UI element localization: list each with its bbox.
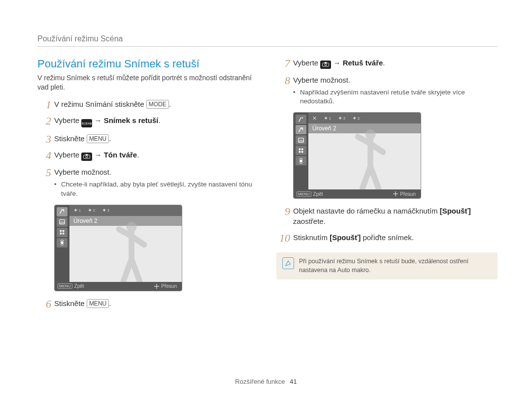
step-number: 10 (276, 231, 290, 246)
scene-icon: SCENE (81, 119, 92, 127)
level-selector-strip: ✕ ✦1 ✦2 ✦3 (308, 113, 421, 123)
step-number: 5 (37, 165, 51, 181)
level-selector-strip: ✦1 ✦2 ✦3 (69, 205, 182, 216)
person-silhouette (102, 219, 161, 282)
step-sub-bullet: Chcete-li například, aby byla pleť světl… (54, 180, 259, 199)
svg-rect-9 (63, 233, 65, 235)
svg-rect-22 (301, 151, 303, 153)
menu-tag: MENU (87, 299, 109, 308)
section-title: Používání režimu Snímek s retuší (37, 58, 259, 70)
step-3: 3 Stiskněte MENU. (37, 133, 259, 144)
svg-point-3 (63, 209, 64, 211)
step-2: 2 Vyberte SCENE → Snímek s retuší. (37, 115, 259, 128)
level-label: Úroveň 2 (312, 125, 336, 132)
step-1: 1 V režimu Snímání stiskněte MODE. (37, 99, 259, 109)
header-rule (37, 46, 498, 47)
sidebar-btn-retouch (57, 207, 67, 216)
shot-bottom-bar: MENU Zpět Přesun (294, 189, 421, 198)
shot-sidebar: 16M (55, 205, 69, 291)
right-column: 7 Vyberte → Retuš tváře. 8 Vyberte možno… (276, 58, 498, 314)
note-text: Při používání režimu Snímek s retuší bud… (299, 257, 492, 275)
dpad-icon (154, 284, 159, 289)
person-silhouette (341, 126, 400, 189)
svg-rect-2 (86, 154, 88, 155)
level-option-1: ✦1 (73, 207, 81, 214)
step-text: Vyberte (293, 59, 320, 67)
step-text: Stisknutím (293, 233, 330, 242)
sidebar-btn-stabilize (57, 238, 67, 247)
sidebar-btn-tone (296, 115, 306, 124)
svg-rect-19 (299, 148, 301, 150)
sidebar-btn-grid (296, 146, 306, 155)
step-6: 6 Stiskněte MENU. (37, 298, 259, 308)
step-text: Vyberte (54, 116, 81, 124)
svg-rect-21 (299, 151, 301, 153)
step-9: 9 Objekt nastavte do rámečku a namáčknut… (276, 206, 498, 226)
camera-icon (81, 153, 92, 161)
level-option-1: ✦1 (324, 115, 331, 122)
level-option-2: ✦2 (338, 115, 345, 122)
svg-text:16M: 16M (299, 139, 303, 142)
menu-tag-small: MENU (297, 191, 311, 197)
page-footer: Rozšířené funkce 41 (0, 378, 532, 385)
step-number: 9 (276, 204, 290, 219)
footer-page: 41 (290, 378, 297, 385)
camera-icon (320, 61, 331, 69)
note-box: Při používání režimu Snímek s retuší bud… (276, 252, 498, 279)
mode-tag: MODE (146, 100, 169, 109)
footer-section: Rozšířené funkce (235, 378, 285, 385)
page-header: Používání režimu Scéna (37, 34, 498, 43)
step-number: 8 (276, 73, 290, 89)
svg-rect-14 (325, 62, 327, 63)
sidebar-btn-retouch (296, 125, 306, 134)
svg-rect-6 (60, 230, 62, 232)
step-5: 5 Vyberte možnost. Chcete-li například, … (37, 167, 259, 199)
svg-rect-20 (301, 148, 303, 150)
sidebar-btn-resolution: 16M (57, 217, 67, 227)
step-text: Objekt nastavte do rámečku a namáčknutím (293, 207, 440, 215)
step-number: 3 (37, 132, 51, 147)
sidebar-btn-resolution: 16M (296, 135, 306, 145)
level-option-3: ✦3 (102, 207, 109, 214)
svg-point-1 (86, 156, 88, 158)
back-label: Zpět (313, 191, 323, 197)
svg-point-13 (325, 64, 327, 66)
intro-text: V režimu Snímek s retuší můžete pořídit … (37, 73, 259, 92)
svg-rect-7 (63, 230, 65, 232)
step-text: Vyberte možnost. (293, 76, 350, 84)
shot-bottom-bar: MENU Zpět Přesun (55, 282, 182, 291)
step-text: Vyberte možnost. (54, 168, 111, 176)
svg-point-16 (301, 127, 303, 129)
svg-rect-10 (61, 241, 63, 244)
sidebar-btn-stabilize (296, 156, 306, 165)
menu-tag-small: MENU (58, 283, 72, 289)
level-option-3: ✦3 (352, 115, 360, 122)
step-number: 6 (37, 297, 51, 312)
step-text: V režimu Snímání stiskněte (54, 100, 146, 108)
step-text: Stiskněte (54, 299, 87, 308)
camera-ui-screenshot: 16M ✕ ✦1 ✦2 ✦3 Úroveň 2 (293, 112, 421, 199)
step-text: Stiskněte (54, 134, 87, 143)
dpad-icon (393, 191, 398, 196)
level-option-off: ✕ (312, 115, 317, 122)
step-number: 7 (276, 56, 290, 71)
step-text: Vyberte (54, 151, 81, 159)
svg-text:16M: 16M (60, 221, 65, 224)
svg-rect-23 (299, 159, 302, 162)
step-number: 4 (37, 148, 51, 163)
note-icon (282, 257, 294, 269)
menu-tag: MENU (87, 134, 109, 143)
shot-sidebar: 16M (294, 113, 308, 198)
camera-ui-screenshot: 16M ✦1 ✦2 ✦3 Úroveň 2 (54, 205, 182, 291)
move-label: Přesun (400, 191, 416, 197)
step-number: 2 (37, 114, 51, 129)
step-7: 7 Vyberte → Retuš tváře. (276, 58, 498, 69)
svg-rect-8 (60, 233, 62, 235)
step-sub-bullet: Například zvýšením nastavení retuše tvář… (293, 88, 498, 107)
move-label: Přesun (161, 283, 177, 289)
step-number: 1 (37, 97, 51, 113)
step-4: 4 Vyberte → Tón tváře. (37, 150, 259, 161)
step-8: 8 Vyberte možnost. Například zvýšením na… (276, 75, 498, 107)
step-10: 10 Stisknutím [Spoušť] pořiďte snímek. (276, 232, 498, 243)
left-column: Používání režimu Snímek s retuší V režim… (37, 58, 259, 314)
